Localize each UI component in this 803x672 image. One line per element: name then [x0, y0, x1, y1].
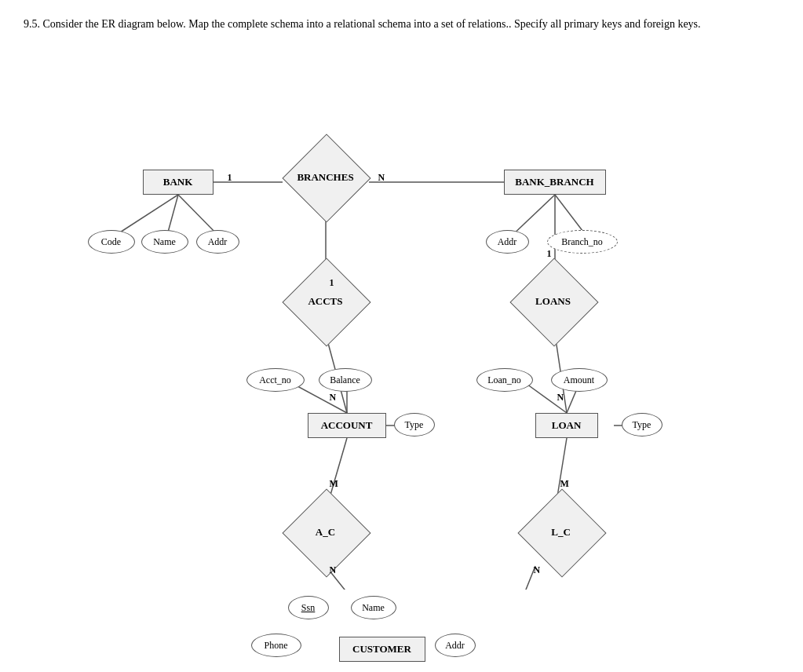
- attr-addr-bank: Addr: [196, 230, 239, 254]
- attr-type-account: Type: [394, 413, 435, 436]
- attr-ssn: Ssn: [288, 596, 329, 619]
- attr-name-bank: Name: [141, 230, 188, 254]
- attr-name-cust: Name: [351, 596, 396, 619]
- entity-loan: LOAN: [535, 413, 598, 438]
- attr-type-loan: Type: [622, 413, 662, 436]
- label-n-lc: N: [534, 564, 541, 576]
- label-n-loans: N: [557, 392, 564, 404]
- attr-branch-no: Branch_no: [547, 230, 618, 254]
- attr-loan-no: Loan_no: [476, 368, 533, 392]
- label-1-branches-bank: 1: [228, 172, 232, 184]
- attr-addr-cust: Addr: [435, 634, 476, 657]
- attr-addr-branch: Addr: [486, 230, 529, 254]
- er-diagram: BANK BANK_BRANCH ACCOUNT LOAN CUSTOMER B…: [49, 56, 755, 590]
- rel-branches: BRANCHES: [283, 150, 369, 205]
- label-m-ac: M: [330, 478, 338, 490]
- entity-customer: CUSTOMER: [339, 637, 425, 662]
- entity-bank: BANK: [143, 170, 214, 195]
- label-n-branches-bb: N: [378, 172, 385, 184]
- attr-amount: Amount: [551, 368, 608, 392]
- entity-account: ACCOUNT: [308, 413, 386, 438]
- label-1-loans: 1: [547, 248, 552, 260]
- label-m-lc: M: [560, 478, 569, 490]
- diagram-lines: [49, 56, 755, 590]
- question-text: 9.5. Consider the ER diagram below. Map …: [24, 16, 730, 32]
- attr-acct-no: Acct_no: [246, 368, 305, 392]
- attr-code: Code: [88, 230, 135, 254]
- rel-lc: L_C: [518, 505, 604, 560]
- rel-ac: A_C: [283, 505, 369, 560]
- attr-phone: Phone: [251, 634, 301, 657]
- label-1-accts: 1: [330, 277, 334, 289]
- rel-accts: ACCTS: [283, 274, 369, 329]
- label-n-ac: N: [330, 564, 337, 576]
- rel-loans: LOANS: [510, 274, 597, 329]
- entity-bank-branch: BANK_BRANCH: [504, 170, 606, 195]
- label-n-accts: N: [330, 392, 337, 404]
- attr-balance: Balance: [319, 368, 372, 392]
